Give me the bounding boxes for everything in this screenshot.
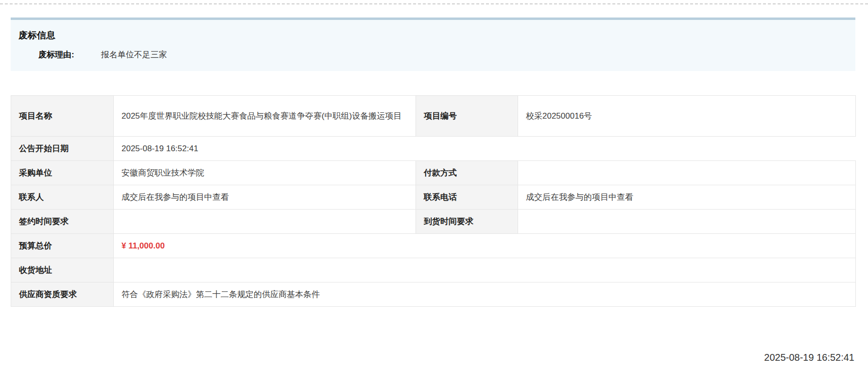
value-project-number: 校采202500016号 (518, 96, 856, 137)
table-row: 公告开始日期 2025-08-19 16:52:41 (11, 137, 856, 161)
label-supplier-qualification: 供应商资质要求 (11, 282, 114, 307)
label-purchasing-unit: 采购单位 (11, 161, 114, 185)
value-total-budget: ¥ 11,000.00 (114, 234, 856, 258)
value-announcement-start-date: 2025-08-19 16:52:41 (114, 137, 856, 161)
label-delivery-address: 收货地址 (11, 258, 114, 282)
value-contact-phone: 成交后在我参与的项目中查看 (518, 185, 856, 210)
value-contact-person: 成交后在我参与的项目中查看 (114, 185, 416, 210)
label-project-number: 项目编号 (416, 96, 518, 137)
label-contact-phone: 联系电话 (416, 185, 518, 210)
table-row: 签约时间要求 到货时间要求 (11, 210, 856, 234)
value-purchasing-unit: 安徽商贸职业技术学院 (114, 161, 416, 185)
label-contact-person: 联系人 (11, 185, 114, 210)
table-row: 收货地址 (11, 258, 856, 282)
label-signing-time-requirement: 签约时间要求 (11, 210, 114, 234)
label-announcement-start-date: 公告开始日期 (11, 137, 114, 161)
top-dashed-divider (0, 3, 868, 4)
label-payment-method: 付款方式 (416, 161, 518, 185)
value-supplier-qualification: 符合《政府采购法》第二十二条规定的供应商基本条件 (114, 282, 856, 307)
cancelled-bid-panel: 废标信息 废标理由: 报名单位不足三家 (11, 18, 855, 71)
label-total-budget: 预算总价 (11, 234, 114, 258)
table-row: 预算总价 ¥ 11,000.00 (11, 234, 856, 258)
value-delivery-time-requirement (518, 210, 856, 234)
label-delivery-time-requirement: 到货时间要求 (416, 210, 518, 234)
value-project-name: 2025年度世界职业院校技能大赛食品与粮食赛道争夺赛(中职组)设备搬运项目 (114, 96, 416, 137)
label-project-name: 项目名称 (11, 96, 114, 137)
cancelled-bid-title: 废标信息 (18, 30, 848, 41)
page-timestamp: 2025-08-19 16:52:41 (11, 352, 855, 363)
table-row: 项目名称 2025年度世界职业院校技能大赛食品与粮食赛道争夺赛(中职组)设备搬运… (11, 96, 856, 137)
table-row: 供应商资质要求 符合《政府采购法》第二十二条规定的供应商基本条件 (11, 282, 856, 307)
value-payment-method (518, 161, 856, 185)
table-row: 联系人 成交后在我参与的项目中查看 联系电话 成交后在我参与的项目中查看 (11, 185, 856, 210)
cancelled-bid-reason-value: 报名单位不足三家 (101, 50, 167, 60)
cancelled-bid-reason-label: 废标理由: (38, 50, 74, 60)
table-row: 采购单位 安徽商贸职业技术学院 付款方式 (11, 161, 856, 185)
value-signing-time-requirement (114, 210, 416, 234)
page-content: 废标信息 废标理由: 报名单位不足三家 项目名称 2025年度世界职业院校技能大… (11, 18, 855, 363)
project-info-table: 项目名称 2025年度世界职业院校技能大赛食品与粮食赛道争夺赛(中职组)设备搬运… (11, 95, 856, 307)
value-delivery-address (114, 258, 856, 282)
cancelled-bid-reason-row: 废标理由: 报名单位不足三家 (18, 50, 848, 60)
